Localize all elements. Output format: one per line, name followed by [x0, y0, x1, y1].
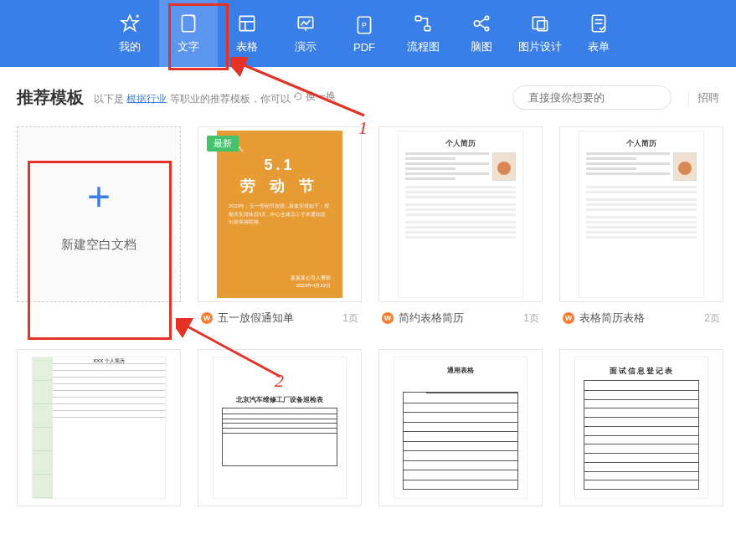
template-card: 最新 ⛏ ⛏ 5.1 劳 动 节 2023年，五一劳动节按照...具体安排如下：…	[198, 126, 362, 329]
svg-text:P: P	[362, 21, 367, 29]
nav-label: 表格	[236, 39, 258, 54]
word-type-icon: W	[201, 312, 213, 324]
svg-rect-18	[533, 17, 544, 28]
svg-point-14	[485, 16, 488, 19]
template-card: 个人简历 W 表格简历表格 2页	[559, 126, 723, 329]
page-count: 1页	[342, 311, 358, 326]
poster-preview: ⛏ ⛏ 5.1 劳 动 节 2023年，五一劳动节按照...具体安排如下：假期共…	[217, 131, 342, 298]
page-count: 2页	[704, 311, 720, 326]
nav-item-mind[interactable]: 脑图	[452, 0, 511, 67]
image-design-icon	[529, 13, 551, 34]
poster-foot: 某某某公司人事部 2023年4月22日	[291, 275, 331, 290]
avatar-placeholder	[673, 152, 697, 181]
poster-line2: 劳 动 节	[240, 176, 319, 196]
template-card: 通用表格	[378, 349, 543, 506]
subtitle: 以下是 根据行业 等职业的推荐模板，你可以 换一换	[94, 90, 336, 106]
template-thumb[interactable]: 面试信息登记表	[559, 349, 723, 506]
form-icon	[588, 13, 610, 34]
svg-point-13	[474, 21, 480, 27]
avatar-placeholder	[492, 152, 516, 181]
nav-item-design[interactable]: 图片设计	[511, 0, 569, 67]
pdf-icon: P	[353, 14, 375, 36]
template-title: 表格简历表格	[579, 311, 645, 326]
refresh-label: 换一换	[306, 90, 336, 104]
section-header: 推荐模板 以下是 根据行业 等职业的推荐模板，你可以 换一换 招聘	[0, 67, 736, 126]
refresh-icon	[293, 91, 303, 101]
search-input[interactable]	[528, 91, 669, 104]
nav-label: 文字	[178, 39, 199, 54]
template-card: 北京汽车维修工厂设备巡检表	[198, 349, 362, 506]
resume-preview: 个人简历	[579, 131, 704, 298]
page-count: 1页	[523, 311, 539, 326]
nav-label: 我的	[119, 39, 141, 54]
flowchart-icon	[412, 13, 434, 34]
svg-marker-0	[121, 15, 138, 30]
new-badge: 最新	[207, 136, 239, 152]
nav-item-flow[interactable]: 流程图	[394, 0, 452, 67]
template-caption: W 表格简历表格 2页	[559, 302, 723, 329]
template-thumb[interactable]: 北京汽车维修工厂设备巡检表	[198, 349, 362, 506]
nav-label: PDF	[353, 41, 375, 54]
nav-label: 演示	[295, 39, 317, 54]
plus-icon: +	[87, 177, 111, 217]
doc-preview: 北京汽车维修工厂设备巡检表	[213, 357, 347, 499]
table-icon	[236, 13, 258, 34]
template-card: 面试信息登记表	[559, 349, 723, 506]
presentation-icon	[295, 13, 317, 34]
template-thumb[interactable]: 通用表格	[378, 349, 543, 506]
svg-line-16	[480, 19, 486, 23]
template-card: XXX 个人简历	[17, 349, 181, 506]
star-icon	[119, 13, 141, 34]
template-card: 个人简历 W 简约表格简历 1页	[378, 126, 543, 329]
doc-preview: 通用表格	[394, 357, 528, 499]
nav-label: 脑图	[471, 39, 492, 54]
template-grid: + 新建空白文档 最新 ⛏ ⛏ 5.1 劳 动 节 2023年，五一劳动节按照.…	[0, 126, 736, 506]
word-type-icon: W	[563, 312, 574, 324]
nav-label: 表单	[588, 39, 610, 54]
mindmap-icon	[471, 13, 492, 34]
nav-item-table[interactable]: 表格	[218, 0, 276, 67]
svg-rect-11	[415, 16, 421, 20]
svg-line-17	[480, 24, 486, 28]
doc-preview: XXX 个人简历	[32, 357, 166, 499]
nav-label: 图片设计	[518, 39, 562, 54]
template-title: 简约表格简历	[399, 311, 464, 326]
template-caption: W 五一放假通知单 1页	[198, 302, 362, 329]
nav-item-text[interactable]: 文字	[159, 0, 218, 67]
template-title: 五一放假通知单	[218, 311, 294, 326]
nav-item-mine[interactable]: 我的	[100, 0, 159, 67]
template-thumb[interactable]: XXX 个人简历	[17, 349, 181, 506]
template-thumb[interactable]: 个人简历	[378, 126, 543, 302]
blank-template-button[interactable]: + 新建空白文档	[17, 126, 181, 302]
svg-rect-3	[182, 15, 194, 32]
word-type-icon: W	[382, 312, 394, 324]
document-icon	[178, 13, 199, 34]
template-thumb[interactable]: 个人简历	[559, 126, 723, 302]
poster-small: 2023年，五一劳动节按照...具体安排如下：假期共安排休息5天...中心全体员…	[229, 203, 331, 227]
blank-label: 新建空白文档	[61, 237, 136, 253]
top-nav: 我的 文字 表格 演示 P PDF 流程图 脑图	[0, 0, 736, 67]
svg-point-15	[485, 27, 488, 30]
search-box[interactable]	[512, 85, 672, 110]
nav-item-present[interactable]: 演示	[276, 0, 335, 67]
subtitle-prefix: 以下是	[94, 92, 126, 104]
industry-link[interactable]: 根据行业	[126, 92, 167, 104]
poster-line1: 5.1	[264, 157, 295, 174]
tag-chip[interactable]: 招聘	[688, 90, 719, 105]
svg-rect-4	[239, 16, 254, 30]
template-card-blank: + 新建空白文档	[17, 126, 181, 329]
resume-preview: 个人简历	[398, 131, 523, 298]
svg-rect-12	[425, 26, 430, 30]
doc-preview: 面试信息登记表	[574, 357, 708, 499]
refresh-button[interactable]: 换一换	[293, 90, 336, 104]
nav-label: 流程图	[407, 39, 440, 54]
template-thumb[interactable]: 最新 ⛏ ⛏ 5.1 劳 动 节 2023年，五一劳动节按照...具体安排如下：…	[198, 126, 362, 302]
nav-item-pdf[interactable]: P PDF	[335, 0, 394, 67]
section-title: 推荐模板	[17, 86, 84, 109]
template-caption: W 简约表格简历 1页	[378, 302, 543, 329]
subtitle-suffix: 等职业的推荐模板，你可以	[170, 92, 293, 104]
nav-item-form[interactable]: 表单	[569, 0, 628, 67]
